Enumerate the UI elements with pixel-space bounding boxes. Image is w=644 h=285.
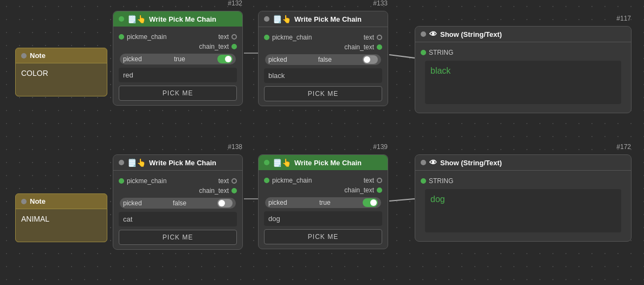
node-133-pickme-label: pickme_chain [272, 34, 312, 41]
node-117-string-label: STRING [429, 49, 453, 56]
node-133-toggle-pill[interactable]: picked false [265, 54, 381, 65]
node-139-right-port-text [377, 178, 382, 183]
note-dot-2 [21, 199, 27, 204]
node-132-pickme-label: pickme_chain [127, 33, 166, 41]
node-133-pick-me-button[interactable]: PICK ME [264, 86, 382, 101]
node-138-body: pickme_chain text chain_text picked fals… [113, 171, 242, 249]
node-138-right-port-chain [231, 188, 237, 193]
node-133-port-pickme: pickme_chain text [264, 34, 382, 41]
node-138-toggle-row[interactable]: picked false [120, 198, 236, 209]
node-117-left-port [421, 50, 426, 55]
node-132-port-chain: chain_text [119, 43, 237, 50]
note-node-animal: Note ANIMAL [15, 193, 107, 242]
node-133-active-dot [264, 16, 269, 22]
node-139: #139 🗒️👆 Write Pick Me Chain pickme_chai… [258, 154, 388, 249]
node-132-right-port-text [231, 34, 237, 40]
node-138-right-port-text [231, 178, 237, 184]
node-172-icon: 👁 [429, 158, 437, 167]
node-139-text-label: text [364, 177, 374, 184]
svg-line-1 [389, 55, 415, 58]
node-172-left-port [421, 178, 426, 184]
node-133-toggle-switch[interactable] [363, 55, 378, 64]
node-139-left-port [264, 178, 269, 183]
node-139-toggle-switch[interactable] [363, 198, 378, 207]
node-139-right-port-chain [377, 187, 382, 193]
node-138-active-dot [119, 160, 124, 165]
node-172-title: Show (String/Text) [440, 159, 502, 167]
node-133-icon: 🗒️👆 [273, 15, 291, 23]
node-133-id: #133 [373, 0, 388, 7]
node-172-port-string: STRING [421, 177, 626, 185]
note-title-2: Note [30, 197, 46, 205]
note-header-2: Note [16, 194, 107, 209]
node-138-id: #138 [228, 143, 242, 151]
node-138-toggle-pill[interactable]: picked false [120, 198, 236, 209]
node-138-display-value: cat [119, 212, 237, 226]
node-133-right-port-text [377, 35, 382, 40]
node-132-id: #132 [228, 0, 242, 7]
node-172-body: STRING dog [415, 171, 631, 241]
node-138-pick-me-button[interactable]: PICK ME [119, 230, 237, 245]
node-117-header: 👁 Show (String/Text) [415, 27, 631, 42]
node-132-picked-value: true [174, 55, 185, 63]
node-133-title: Write Pick Me Chain [294, 15, 362, 23]
node-133-port-chain: chain_text [264, 43, 382, 51]
node-139-picked-value: true [319, 199, 331, 206]
node-139-active-dot [264, 160, 269, 165]
node-132-title: Write Pick Me Chain [149, 15, 216, 23]
node-132-pick-me-button[interactable]: PICK ME [119, 86, 237, 101]
node-132-toggle-pill[interactable]: picked true [120, 54, 236, 64]
node-138-port-pickme: pickme_chain text [119, 177, 237, 185]
node-172-display-value: dog [425, 189, 621, 232]
node-132-toggle-row[interactable]: picked true [120, 54, 236, 64]
node-132-picked-label: picked [123, 55, 142, 63]
node-139-toggle-pill[interactable]: picked true [265, 197, 381, 208]
node-117-title: Show (String/Text) [440, 30, 502, 38]
node-139-header: 🗒️👆 Write Pick Me Chain [259, 155, 388, 170]
node-138-picked-value: false [173, 199, 186, 207]
note-title: Note [30, 51, 46, 60]
node-138: #138 🗒️👆 Write Pick Me Chain pickme_chai… [113, 154, 243, 250]
node-132-text-label: text [218, 33, 229, 41]
node-139-toggle-row[interactable]: picked true [265, 197, 381, 208]
node-133-header: 🗒️👆 Write Pick Me Chain [259, 11, 388, 27]
node-133-body: pickme_chain text chain_text picked fals… [259, 27, 388, 106]
node-132-body: pickme_chain text chain_text picked true… [113, 27, 242, 105]
node-138-picked-label: picked [123, 199, 142, 207]
node-139-icon: 🗒️👆 [273, 158, 291, 167]
node-117-port-string: STRING [421, 49, 626, 56]
node-172-active-dot [421, 160, 426, 165]
node-139-pick-me-button[interactable]: PICK ME [264, 229, 382, 244]
node-139-display-value: dog [264, 211, 382, 226]
node-138-pickme-label: pickme_chain [127, 177, 166, 185]
node-132-left-port [119, 34, 124, 40]
note-content: COLOR [16, 63, 107, 96]
note-node-color: Note COLOR [15, 48, 107, 96]
node-133: #133 🗒️👆 Write Pick Me Chain pickme_chai… [258, 11, 388, 106]
node-117-body: STRING black [415, 42, 631, 113]
node-117-id: #117 [616, 15, 631, 22]
node-117-display-value: black [425, 61, 621, 104]
node-139-id: #139 [373, 143, 388, 151]
node-139-body: pickme_chain text chain_text picked true… [259, 170, 388, 249]
node-132-right-port-chain [231, 44, 237, 49]
node-172-string-label: STRING [429, 177, 453, 185]
node-138-port-chain: chain_text [119, 187, 237, 195]
node-117: #117 👁 Show (String/Text) STRING black [415, 26, 632, 113]
node-132-toggle-switch[interactable] [217, 55, 233, 63]
note-content-2: ANIMAL [16, 209, 107, 242]
node-172: #172 👁 Show (String/Text) STRING dog [415, 154, 632, 242]
node-132-header: 🗒️👆 Write Pick Me Chain [113, 11, 242, 27]
node-139-pickme-label: pickme_chain [272, 177, 312, 184]
node-172-id: #172 [616, 143, 631, 151]
node-132-chain-label: chain_text [199, 43, 229, 50]
node-117-icon: 👁 [429, 30, 437, 38]
node-133-right-port-chain [377, 44, 382, 50]
node-133-picked-label: picked [268, 56, 287, 63]
node-138-header: 🗒️👆 Write Pick Me Chain [113, 155, 242, 171]
node-138-toggle-switch[interactable] [217, 199, 233, 208]
node-172-header: 👁 Show (String/Text) [415, 155, 631, 171]
node-138-icon: 🗒️👆 [127, 158, 146, 167]
node-133-toggle-row[interactable]: picked false [265, 54, 381, 65]
node-139-port-pickme: pickme_chain text [264, 177, 382, 184]
